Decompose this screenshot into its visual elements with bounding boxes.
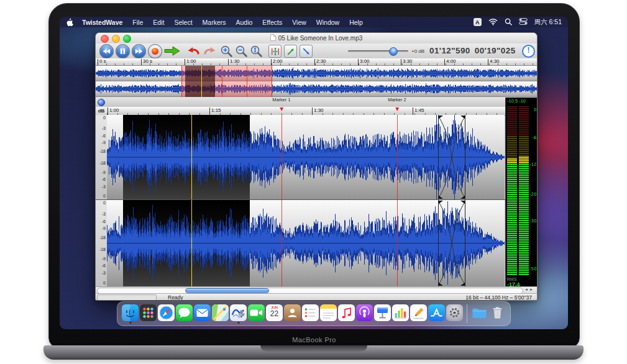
overview-selection-region[interactable] <box>185 66 215 97</box>
menu-effects[interactable]: Effects <box>257 19 287 26</box>
dock-item-calendar[interactable]: JUN22 <box>266 304 283 323</box>
dock-item-numbers[interactable] <box>392 304 409 323</box>
marker-triangle-icon[interactable] <box>395 107 399 111</box>
pages-icon[interactable] <box>410 304 427 321</box>
dock-item-messages[interactable] <box>176 304 193 323</box>
input-source-icon[interactable]: A <box>474 18 482 26</box>
safari-icon[interactable] <box>158 304 175 321</box>
dock-item-mail[interactable] <box>194 304 211 323</box>
finder-icon[interactable] <box>122 304 139 321</box>
fade-out-icon[interactable] <box>300 45 313 58</box>
menu-markers[interactable]: Markers <box>198 19 231 26</box>
dock-item-music[interactable] <box>338 304 355 323</box>
close-button[interactable] <box>101 35 109 43</box>
dock-item-safari[interactable] <box>158 304 175 323</box>
numbers-icon[interactable] <box>392 304 409 321</box>
menu-app-name[interactable]: TwistedWave <box>77 19 127 26</box>
menu-select[interactable]: Select <box>169 19 197 26</box>
rewind-button[interactable] <box>99 44 114 58</box>
search-icon[interactable] <box>505 18 512 27</box>
trash-icon[interactable] <box>489 304 506 321</box>
dock-item-trash[interactable] <box>489 304 506 323</box>
alert-button[interactable]: ! <box>522 45 535 58</box>
zoom-in-icon[interactable] <box>220 45 232 57</box>
dock-item-notes[interactable] <box>320 304 337 323</box>
document-proxy-icon[interactable] <box>270 34 276 42</box>
wifi-icon[interactable] <box>488 18 498 27</box>
overview-channel-right[interactable] <box>96 81 537 97</box>
maps-icon[interactable] <box>212 304 229 321</box>
zoom-fit-icon[interactable] <box>250 45 262 57</box>
dock-item-keynote[interactable] <box>374 304 391 323</box>
scrollbar-arrows[interactable]: ◄► <box>524 288 534 291</box>
zoom-to-selection-icon[interactable] <box>268 45 281 58</box>
music-icon[interactable] <box>338 304 355 321</box>
redo-button[interactable] <box>203 45 217 56</box>
mail-icon[interactable] <box>194 304 211 321</box>
waveform-area[interactable] <box>107 200 505 286</box>
messages-icon[interactable] <box>176 304 193 321</box>
dock-item-pages[interactable] <box>410 304 427 323</box>
dock-item-contacts[interactable] <box>284 304 301 323</box>
dock-item-folder[interactable] <box>471 304 488 323</box>
settings-icon[interactable] <box>446 304 463 321</box>
fast-forward-button[interactable] <box>132 44 146 58</box>
record-button[interactable] <box>148 44 162 58</box>
dock-item-maps[interactable] <box>212 304 229 323</box>
crossfade-region[interactable] <box>438 115 465 199</box>
podcasts-icon[interactable] <box>356 304 373 321</box>
editor-time-ruler[interactable]: 1:001:151:301:45 <box>107 107 506 116</box>
dock-item-launchpad[interactable] <box>140 304 157 323</box>
menu-items: FileEditSelectMarkersAudioEffectsViewWin… <box>127 19 367 26</box>
dock-item-finder[interactable] <box>122 304 139 323</box>
folder-icon[interactable] <box>471 304 488 321</box>
undo-button[interactable] <box>186 45 201 56</box>
window-titlebar[interactable]: 05 Like Someone In Love.mp3 <box>96 33 537 44</box>
menu-view[interactable]: View <box>287 19 311 26</box>
zoom-button[interactable] <box>123 35 131 43</box>
minimize-button[interactable] <box>112 35 120 43</box>
crossfade-region[interactable] <box>438 200 465 286</box>
facetime-icon[interactable] <box>248 304 265 321</box>
launchpad-icon[interactable] <box>140 304 157 321</box>
overview-waveform-canvas[interactable] <box>96 81 537 96</box>
dock-item-appstore[interactable] <box>428 304 445 323</box>
marker[interactable]: Marker 2 <box>388 98 406 114</box>
contacts-icon[interactable] <box>284 304 301 321</box>
overview-time-ruler[interactable]: 0 s30 s1:001:302:002:303:003:304:004:30 <box>96 58 537 66</box>
menu-audio[interactable]: Audio <box>231 19 257 26</box>
overview-waveform-canvas[interactable] <box>96 66 537 81</box>
apple-menu-icon[interactable] <box>66 18 73 27</box>
marker-triangle-icon[interactable] <box>280 107 283 111</box>
pause-button[interactable] <box>116 44 130 58</box>
fade-in-icon[interactable] <box>284 45 297 58</box>
dock-item-facetime[interactable] <box>248 304 265 323</box>
calendar-icon[interactable]: JUN22 <box>266 304 283 321</box>
overview-channel-left[interactable] <box>96 66 537 81</box>
volume-slider[interactable] <box>348 50 408 52</box>
scrollbar-thumb[interactable] <box>185 288 269 293</box>
dock-item-settings[interactable] <box>446 304 463 323</box>
twistedwave-icon[interactable] <box>230 304 247 321</box>
marker-bar-orb-icon[interactable] <box>98 99 105 106</box>
play-arrow-button[interactable] <box>164 46 180 56</box>
notes-icon[interactable] <box>320 304 337 321</box>
menu-clock[interactable]: 周六 6:51 <box>534 18 562 27</box>
dock-item-twistedwave[interactable] <box>230 304 247 323</box>
keynote-icon[interactable] <box>374 304 391 321</box>
ruler-tick-major <box>141 59 142 65</box>
control-center-icon[interactable] <box>519 18 528 26</box>
menu-help[interactable]: Help <box>344 19 368 26</box>
menu-edit[interactable]: Edit <box>148 19 169 26</box>
dock-item-podcasts[interactable] <box>356 304 373 323</box>
volume-slider-thumb[interactable] <box>389 47 398 56</box>
marker[interactable]: Marker 1 <box>272 98 291 114</box>
zoom-out-icon[interactable] <box>235 45 247 57</box>
menu-window[interactable]: Window <box>311 19 344 26</box>
marker-bar[interactable]: Marker 1Marker 2 <box>96 98 506 107</box>
dock-item-reminders[interactable] <box>302 304 319 323</box>
appstore-icon[interactable] <box>428 304 445 321</box>
waveform-area[interactable] <box>107 115 505 199</box>
menu-file[interactable]: File <box>127 19 148 26</box>
reminders-icon[interactable] <box>302 304 319 321</box>
